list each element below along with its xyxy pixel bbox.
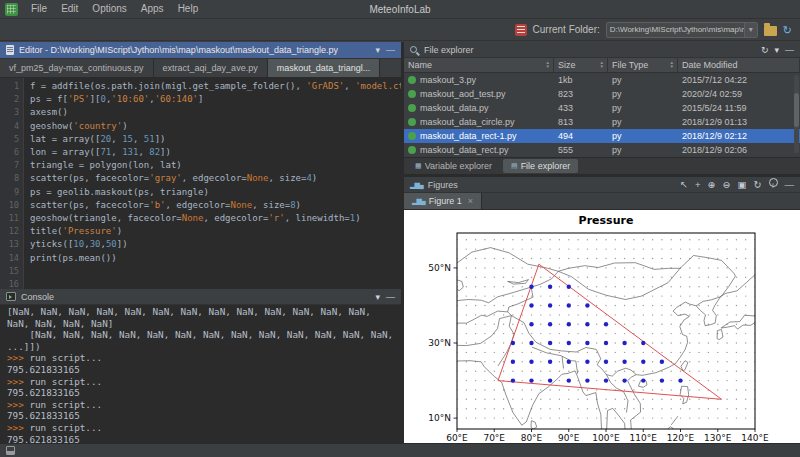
current-folder-combobox[interactable]: D:\Working\MIScript\Jython\mis\map\masko… [606,22,758,38]
sort-icons: ▲▼ [600,61,604,69]
figure-tab-close-icon[interactable]: × [468,196,473,206]
main-area: Editor - D:\Working\MIScript\Jython\mis\… [0,42,800,443]
open-book-icon[interactable] [515,24,527,36]
rotate-icon[interactable]: ↻ [754,178,762,192]
current-folder-label: Current Folder: [533,24,600,35]
console-line: >>> run script... [7,399,401,411]
column-header-file-type[interactable]: File Type▲▼ [608,58,678,72]
explorer-bottom-tabs: ▦Variable explorer▤File explorer [404,157,800,174]
file-table-body: maskout_3.py1kbpy2015/7/12 04:22maskout_… [404,73,800,157]
py-file-icon [408,146,416,154]
editor-menu-icon[interactable]: ▾ [375,43,380,57]
select-arrow-icon[interactable]: ↖ [680,178,688,192]
file-explorer-menu-icon[interactable]: ▾ [774,43,779,57]
py-file-icon [408,118,416,126]
figure-tab-bar: ▂▆▄ Figure 1 × [404,193,800,210]
file-explorer-panel-header[interactable]: File explorer ↻ ▾ — [404,42,800,58]
file-table-scrollbar[interactable] [794,75,799,153]
svg-text:80°E: 80°E [521,433,543,443]
svg-text:10°N: 10°N [428,413,451,423]
console-panel-header[interactable]: Console ▾ — [0,289,401,305]
svg-text:60°E: 60°E [446,433,468,443]
console-line: ...]]) [7,341,401,353]
file-row[interactable]: maskout_data_circle.py813py2018/12/9 01:… [404,115,800,129]
console-minimize-icon[interactable]: — [386,290,395,304]
toolwindow-toggle-icon[interactable] [6,446,15,455]
figure-tab[interactable]: ▂▆▄ Figure 1 × [404,193,482,209]
menu-help[interactable]: Help [171,0,206,18]
column-header-date-modified[interactable]: Date Modified [678,58,800,72]
console-line: NaN, NaN, NaN, NaN] [7,318,401,330]
py-file-icon [408,76,416,84]
console-line: 795.621833165 [7,434,401,443]
editor-tab[interactable]: maskout_data_triangl... [268,59,381,77]
svg-text:130°E: 130°E [704,433,732,443]
file-row[interactable]: maskout_aod_test.py823py2020/2/4 02:59 [404,87,800,101]
svg-text:70°E: 70°E [483,433,505,443]
folder-icon: ▤ [511,159,518,173]
zoom-in-icon[interactable]: ⊕ [708,178,716,192]
svg-text:50°N: 50°N [428,263,451,273]
menu-edit[interactable]: Edit [54,0,85,18]
code-line: axesm() [30,106,401,119]
combo-dropdown-icon[interactable]: ▾ [744,23,757,37]
console-line: >>> run script... [7,376,401,388]
file-explorer-minimize-icon[interactable]: — [785,43,794,57]
console-line: >>> run script... [7,352,401,364]
code-line: lon = array([71, 131, 82]) [30,146,401,159]
editor-minimize-icon[interactable]: — [386,43,395,57]
file-row[interactable]: maskout_3.py1kbpy2015/7/12 04:22 [404,73,800,87]
editor-tab[interactable]: extract_aqi_day_ave.py [154,59,268,77]
sort-icons: ▲▼ [670,61,674,69]
meteoinfo-logo-icon [5,3,18,16]
figure-plot[interactable]: 60°E70°E80°E90°E100°E110°E120°E130°E140°… [404,210,800,443]
figures-minimize-icon[interactable]: — [785,178,795,192]
toolbar: Current Folder: D:\Working\MIScript\Jyth… [0,19,800,41]
file-row[interactable]: maskout_data_rect.py555py2018/12/9 02:06 [404,143,800,157]
code-line: triangle = polygon(lon, lat) [30,159,401,172]
console-line: [NaN, NaN, NaN, NaN, NaN, NaN, NaN, NaN,… [7,329,401,341]
browse-folder-icon[interactable] [764,26,777,36]
identify-icon[interactable] [769,178,778,187]
file-explorer-icon [410,46,417,53]
console-line: 795.621833165 [7,364,401,376]
file-table-header: Name▲▼ Size▲▼ File Type▲▼ Date Modified [404,58,800,73]
tab-variable-explorer[interactable]: ▦Variable explorer [407,159,500,173]
console-output[interactable]: [NaN, NaN, NaN, NaN, NaN, NaN, NaN, NaN,… [0,305,401,443]
editor-tab-bar: vf_pm25_day-max_continuous.pyextract_aqi… [0,59,401,78]
current-folder-value: D:\Working\MIScript\Jython\mis\map\masko… [607,25,744,34]
column-header-name[interactable]: Name▲▼ [404,58,554,72]
column-header-size[interactable]: Size▲▼ [554,58,608,72]
code-line: scatter(ps, facecolor='b', edgecolor=Non… [30,199,401,212]
file-row[interactable]: maskout_data_rect-1.py494py2018/12/9 02:… [404,129,800,143]
file-row[interactable]: maskout_data.py433py2015/5/24 11:59 [404,101,800,115]
full-extent-icon[interactable]: ▣ [738,178,747,192]
figures-panel-header[interactable]: ▂▆▄ Figures ↖ + ⊕ ⊖ ▣ ↻ — [404,177,800,193]
editor-panel-header[interactable]: Editor - D:\Working\MIScript\Jython\mis\… [0,42,401,59]
code-lines[interactable]: f = addfile(os.path.join(migl.get_sample… [24,78,401,289]
code-line: yticks([10,30,50]) [30,238,401,251]
file-explorer-refresh-icon[interactable]: ↻ [761,43,769,57]
console-menu-icon[interactable]: ▾ [375,290,380,304]
editor-tab[interactable]: vf_pm25_day-max_continuous.py [0,59,154,77]
sort-icons: ▲▼ [546,61,550,69]
refresh-folder-icon[interactable]: ↻ [783,24,792,36]
console-line: >>> run script... [7,422,401,434]
pan-icon[interactable]: + [695,178,701,192]
code-line: ps = f['PS'][0,'10:60','60:140'] [30,93,401,106]
code-line: print(ps.mean()) [30,252,401,265]
code-editor[interactable]: 12345678910111213141516 f = addfile(os.p… [0,78,401,289]
zoom-out-icon[interactable]: ⊖ [723,178,731,192]
menu-file[interactable]: File [24,0,54,18]
editor-panel-title: Editor - D:\Working\MIScript\Jython\mis\… [19,45,338,55]
py-file-icon [408,132,416,140]
code-line: geoshow('country') [30,120,401,133]
figure-canvas[interactable]: 60°E70°E80°E90°E100°E110°E120°E130°E140°… [404,210,800,443]
console-panel-title: Console [21,292,54,302]
editor-console-pane: Editor - D:\Working\MIScript\Jython\mis\… [0,42,401,443]
menu-apps[interactable]: Apps [134,0,171,18]
tab-file-explorer[interactable]: ▤File explorer [503,159,578,173]
menu-options[interactable]: Options [85,0,133,18]
map-layer [456,239,755,429]
figure-tab-label: Figure 1 [429,196,462,206]
